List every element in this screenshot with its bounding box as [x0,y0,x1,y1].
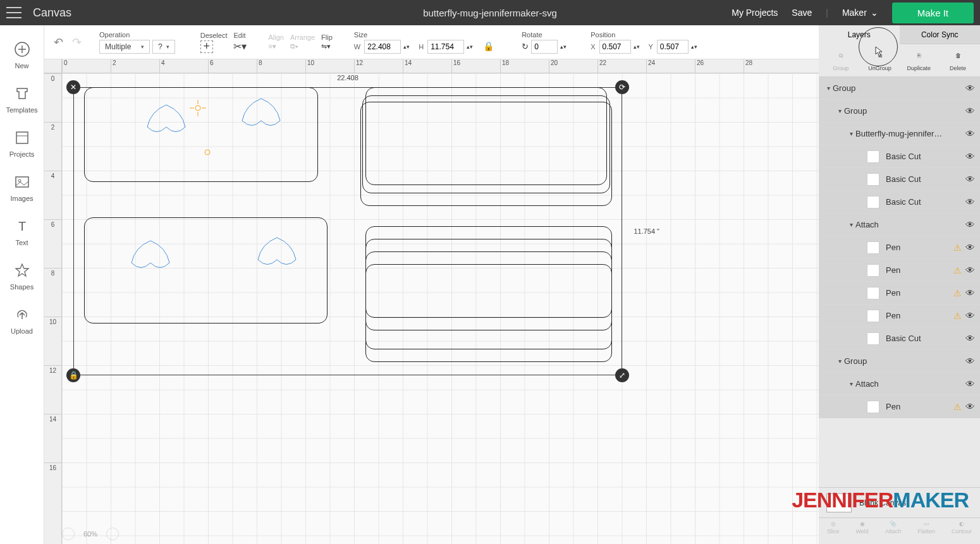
my-projects-link[interactable]: My Projects [732,8,778,18]
caret-icon[interactable]: ▾ [824,85,833,92]
lock-handle[interactable]: 🔒 [66,368,80,382]
zoom-out[interactable] [62,528,75,540]
svg-point-6 [18,179,21,182]
canvas-grid[interactable]: 22.408 11.754 " ✕ ⟳ 🔒 ⤢ [62,73,819,544]
save-link[interactable]: Save [792,8,812,18]
visibility-toggle[interactable]: 👁 [965,128,975,139]
flip-icon[interactable]: ⇋▾ [321,42,331,51]
project-title[interactable]: butterfly-mug-jennifermaker-svg [423,8,557,18]
make-it-button[interactable]: Make It [892,3,974,23]
canvas-footer: 60% [62,528,119,540]
machine-selector[interactable]: Maker ⌄ [842,8,878,18]
flatten-button[interactable]: ▭Flatten [917,521,935,535]
visibility-toggle[interactable]: 👁 [965,333,975,344]
deselect-label: Deselect [200,32,228,39]
edit-label: Edit [233,32,245,39]
visibility-toggle[interactable]: 👁 [965,106,975,116]
layers-tab[interactable]: Layers [819,25,900,44]
layer-row[interactable]: Pen⚠👁 [819,396,980,418]
layer-row[interactable]: Pen⚠👁 [819,282,980,305]
layer-row[interactable]: ▾Attach👁 [819,373,980,396]
size-w-input[interactable] [364,40,401,54]
operation-label: Operation [99,31,130,39]
rotate-handle[interactable]: ⟳ [615,80,629,94]
top-bar: Canvas butterfly-mug-jennifermaker-svg M… [0,0,980,25]
operation-select[interactable]: Multiple [99,40,150,54]
menu-button[interactable] [6,7,21,18]
position-label: Position [591,31,615,39]
pos-y-input[interactable] [657,40,689,54]
pos-x-input[interactable] [599,40,631,54]
deselect-icon[interactable]: + [200,40,213,53]
caret-icon[interactable]: ▾ [835,358,844,365]
visibility-toggle[interactable]: 👁 [965,265,975,275]
duplicate-button[interactable]: ⎘Duplicate [903,48,934,71]
layer-row[interactable]: ▾Butterfly-mug-jennifer…👁 [819,123,980,145]
caret-icon[interactable]: ▾ [847,130,855,137]
visibility-toggle[interactable]: 👁 [965,151,975,162]
layer-row[interactable]: Basic Cut👁 [819,191,980,214]
visibility-toggle[interactable]: 👁 [965,287,975,298]
layer-swatch [867,332,879,345]
layers-list[interactable]: ▾Group👁▾Group👁▾Butterfly-mug-jennifer…👁B… [819,77,980,487]
upload-button[interactable]: Upload [0,299,44,344]
visibility-toggle[interactable]: 👁 [965,378,975,389]
svg-rect-5 [16,177,28,187]
group-button[interactable]: ⧉Group [826,48,856,71]
svg-text:T: T [18,219,25,233]
edit-group: Edit ✂︎▾ [233,32,247,52]
layer-row[interactable]: Basic Cut👁 [819,145,980,168]
new-button[interactable]: New [0,34,44,78]
layer-row[interactable]: Basic Cut👁 [819,168,980,191]
visibility-toggle[interactable]: 👁 [965,219,975,230]
layer-row[interactable]: Basic Cut👁 [819,327,980,350]
align-icon[interactable]: ≡▾ [268,42,276,51]
flip-label: Flip [321,33,333,41]
zoom-in[interactable] [106,528,119,540]
operation-help[interactable]: ? [152,40,175,54]
text-button[interactable]: TText [0,211,44,255]
layer-row[interactable]: ▾Group👁 [819,100,980,123]
shapes-button[interactable]: Shapes [0,255,44,299]
canvas-area[interactable]: 0246810121416182022242628 0246810121416 … [44,59,819,544]
edit-icon[interactable]: ✂︎▾ [233,40,247,52]
layer-row[interactable]: Pen⚠👁 [819,305,980,327]
bottom-actions: ◎Slice ◉Weld 📎Attach ▭Flatten ◐Contour [819,517,980,544]
weld-button[interactable]: ◉Weld [856,521,869,535]
arrange-icon[interactable]: ⧉▾ [290,42,298,51]
layer-row[interactable]: ▾Group👁 [819,350,980,373]
design-wrap-4d[interactable] [365,264,612,362]
layer-row[interactable]: ▾Group👁 [819,77,980,100]
caret-icon[interactable]: ▾ [847,380,855,387]
rotate-input[interactable] [531,40,558,54]
templates-button[interactable]: Templates [0,78,44,123]
visibility-toggle[interactable]: 👁 [965,83,975,94]
colorsync-tab[interactable]: Color Sync [900,25,981,44]
visibility-toggle[interactable]: 👁 [965,196,975,207]
size-h-input[interactable] [427,40,464,54]
visibility-toggle[interactable]: 👁 [965,356,975,366]
layer-row[interactable]: Pen⚠👁 [819,236,980,259]
design-wrap-3c[interactable] [360,102,612,206]
delete-button[interactable]: 🗑Delete [943,48,973,71]
visibility-toggle[interactable]: 👁 [965,310,975,321]
slice-button[interactable]: ◎Slice [827,521,840,535]
attach-button[interactable]: 📎Attach [885,521,902,535]
redo-button[interactable]: ↷ [72,35,82,49]
caret-icon[interactable]: ▾ [847,221,855,228]
visibility-toggle[interactable]: 👁 [965,401,975,412]
machine-name: Maker [842,8,867,18]
resize-handle[interactable]: ⤢ [615,368,629,382]
layer-row[interactable]: Pen⚠👁 [819,259,980,282]
visibility-toggle[interactable]: 👁 [965,174,975,184]
visibility-toggle[interactable]: 👁 [965,242,975,253]
close-handle[interactable]: ✕ [66,80,80,94]
layer-row[interactable]: ▾Attach👁 [819,214,980,236]
caret-icon[interactable]: ▾ [835,107,844,114]
undo-button[interactable]: ↶ [54,35,63,49]
images-button[interactable]: Images [0,167,44,211]
rotate-icon: ↻ [522,42,529,51]
lock-icon[interactable]: 🔒 [483,41,494,51]
contour-button[interactable]: ◐Contour [952,521,972,535]
projects-button[interactable]: Projects [0,123,44,167]
